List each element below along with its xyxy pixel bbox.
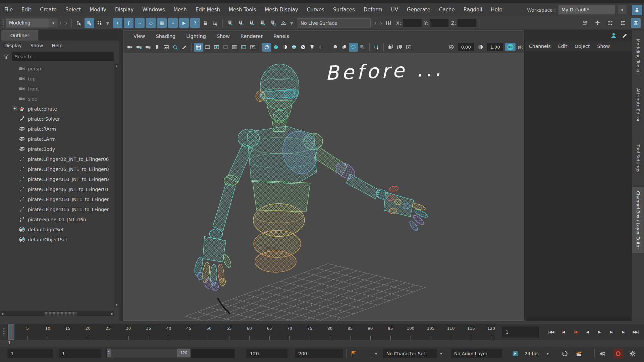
textured-icon[interactable] (280, 43, 289, 52)
image-plane-icon[interactable] (162, 43, 171, 52)
playback-speed-icon[interactable] (511, 350, 519, 358)
timeline-grip[interactable] (3, 327, 6, 336)
side-tab-modeling-toolkit[interactable]: Modeling Toolkit (632, 35, 644, 78)
viewport-menu-shading[interactable]: Shading (150, 34, 181, 39)
menu-uv[interactable]: UV (387, 3, 402, 16)
speaker-icon[interactable] (598, 350, 606, 358)
ambient-occlusion-icon[interactable] (331, 43, 340, 52)
playback-end-field[interactable]: 120 (247, 349, 287, 358)
tool-settings-icon[interactable] (618, 18, 628, 28)
outliner-item-side[interactable]: side (0, 94, 114, 104)
outliner-item-pirate-body[interactable]: pirate:Body (0, 144, 114, 154)
smooth-shade-icon[interactable] (271, 43, 280, 52)
outliner-item-pirate-larm[interactable]: pirate:LArm (0, 134, 114, 144)
menu-cache[interactable]: Cache (435, 3, 459, 16)
timeline-ruler[interactable]: 5101520253035404550556065707580859095100… (7, 324, 495, 340)
channel-box-menu-object[interactable]: Object (571, 44, 594, 49)
snap-point-icon[interactable] (247, 18, 256, 28)
step-back-frame-button[interactable]: |◀ (570, 326, 581, 338)
center-pivot-icon[interactable] (384, 18, 393, 28)
outliner-horizontal-scrollbar[interactable]: ◀▶ (0, 311, 114, 316)
side-tab-attribute-editor[interactable]: Attribute Editor (632, 84, 644, 126)
mask-surfaces-icon[interactable]: ◇ (146, 18, 156, 28)
go-to-start-button[interactable]: |◀◀ (545, 326, 557, 338)
exposure-field[interactable]: 0.00 (458, 43, 474, 51)
viewport-menu-lighting[interactable]: Lighting (181, 34, 211, 39)
scroll-up-icon[interactable]: ▲ (115, 65, 117, 68)
grease-pencil-icon[interactable] (180, 43, 189, 52)
menu-mesh-display[interactable]: Mesh Display (260, 3, 303, 16)
step-forward-frame-button[interactable]: ▶| (606, 326, 617, 338)
outliner-item-pirate-lfinger06-jnt1-to-lfinger0[interactable]: pirate:LFinger06_JNT1_to_LFinger0 (0, 164, 114, 174)
outliner-vertical-scrollbar[interactable]: ▲▼ (114, 64, 119, 307)
gate-mask-icon[interactable] (221, 43, 230, 52)
chevron-icon[interactable]: › (373, 19, 378, 27)
outliner-item-pirate-lfinger010-jnt-to-lfinger0[interactable]: pirate:LFinger010_JNT_to_LFinger0 (0, 174, 114, 184)
menu-ragdoll[interactable]: Ragdoll (459, 3, 487, 16)
character-controls-icon[interactable] (593, 18, 602, 28)
coord-field-z[interactable] (458, 19, 476, 27)
go-to-end-button[interactable]: ▶▶| (630, 326, 641, 338)
chevron-icon[interactable]: › (378, 19, 384, 27)
outliner-item-pirate-lfinger02-jnt-to-lfinger06[interactable]: pirate:LFinger02_JNT_to_LFinger06 (0, 154, 114, 164)
isolate-view-icon[interactable] (395, 43, 404, 52)
vp-camera-icon[interactable] (125, 43, 135, 52)
snap-projected-icon[interactable] (257, 18, 267, 28)
exposure-icon[interactable] (447, 43, 456, 51)
chevron-down-icon[interactable]: ▾ (440, 351, 442, 356)
marquee-select-icon[interactable] (372, 43, 381, 52)
channel-box-menu-show[interactable]: Show (594, 44, 614, 49)
mask-lines-icon[interactable]: ~ (135, 18, 145, 28)
checker-icon[interactable] (299, 43, 308, 52)
bookmark-icon[interactable] (153, 43, 162, 52)
scroll-right-icon[interactable]: ▶ (111, 312, 113, 315)
menu-mesh[interactable]: Mesh (169, 3, 191, 16)
coord-field-x[interactable] (403, 19, 422, 27)
mask-rendering-icon[interactable]: ▶ (179, 18, 189, 28)
outliner-menu-display[interactable]: Display (0, 43, 26, 48)
resolution-gate-icon[interactable] (212, 43, 221, 52)
menu-set-select[interactable]: Modeling (6, 18, 49, 27)
play-backward-button[interactable]: ◀ (582, 326, 593, 338)
shelf-collapse-icon[interactable]: › (63, 19, 69, 27)
channel-box-menu-edit[interactable]: Edit (554, 44, 571, 49)
isolate-select-icon[interactable] (386, 43, 395, 52)
fps-select[interactable]: 24 fps (521, 349, 543, 358)
scrollbar-thumb[interactable] (45, 312, 76, 315)
live-surface-field[interactable]: No Live Surface (297, 18, 371, 27)
snap-viewplane-icon[interactable] (268, 18, 278, 28)
character-set-select[interactable]: No Character Set (383, 349, 437, 358)
viewport-menu-view[interactable]: View (128, 34, 150, 39)
menu-display[interactable]: Display (111, 3, 138, 16)
chevron-down-icon[interactable]: ▾ (375, 351, 377, 356)
menu-set-caret[interactable]: ▾ (49, 18, 58, 27)
snap-grid-icon[interactable] (225, 18, 235, 28)
outliner-item-persp[interactable]: persp (0, 64, 114, 74)
shadows-icon[interactable] (317, 43, 326, 52)
outliner-item-pirate-spine-01-jnt-rpin[interactable]: pirate:Spine_01_JNT_rPin (0, 215, 114, 225)
outliner-item-top[interactable]: top (0, 74, 114, 84)
animation-start-field[interactable]: 1 (7, 349, 53, 358)
sync-record-button[interactable] (613, 349, 623, 358)
mask-deformations-icon[interactable]: ▦ (157, 18, 167, 28)
field-chart-icon[interactable] (230, 43, 239, 52)
range-slider[interactable]: 1 120 (106, 349, 235, 358)
menu-windows[interactable]: Windows (138, 3, 169, 16)
loop-playback-icon[interactable] (561, 350, 569, 358)
menu-modify[interactable]: Modify (85, 3, 111, 16)
menu-deform[interactable]: Deform (359, 3, 387, 16)
outliner-item-defaultlightset[interactable]: defaultLightSet (0, 225, 114, 235)
tab-outliner[interactable]: Outliner (1, 30, 38, 41)
outliner-item-pirate-pirate[interactable]: pirate:pirate (0, 104, 114, 114)
menu-mesh-tools[interactable]: Mesh Tools (224, 3, 260, 16)
menu-edit-mesh[interactable]: Edit Mesh (191, 3, 224, 16)
viewport-menu-show[interactable]: Show (211, 34, 235, 39)
select-component-icon[interactable] (95, 18, 105, 28)
expand-toggle-icon[interactable] (12, 106, 19, 112)
search-input[interactable]: Search... (12, 52, 114, 61)
lock-selection-icon[interactable] (201, 18, 210, 28)
side-tab-channel-box-layer-editor[interactable]: Channel Box / Layer Editor (632, 187, 644, 253)
wireframe-icon[interactable] (262, 43, 271, 52)
playblast-icon[interactable] (575, 350, 583, 358)
animation-end-field[interactable]: 200 (295, 349, 343, 358)
